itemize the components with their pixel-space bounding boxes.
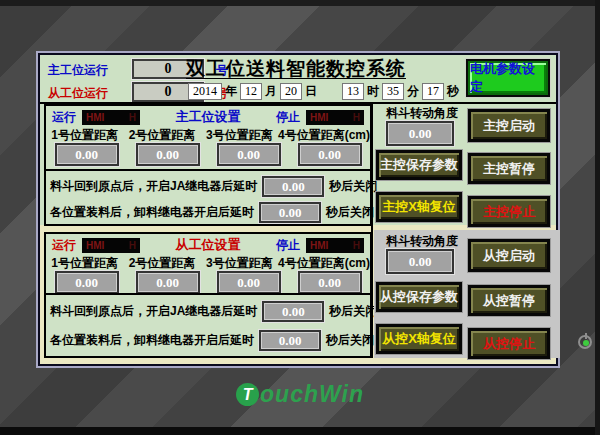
slave-start-button[interactable]: 从控启动 [468,239,550,272]
main-section-head: 运行 HMIH 主工位设置 停止 HMIH [46,108,370,126]
main-control-area: 料斗转动角度 0.00 主控保存参数 主控X轴复位 主控启动 主控暂停 主控停止 [374,102,560,225]
header: 主工位运行 0 号 从工位运行 0 号 双工位送料智能数控系统 2014 年 1… [40,55,556,102]
motor-param-button[interactable]: 电机参数设定 [468,61,548,95]
slave-run-state-label: 运行 [52,237,76,254]
main-run-label: 主工位运行 [48,62,108,79]
date-month-label: 月 [265,83,277,100]
main-station-settings-box: 运行 HMIH 主工位设置 停止 HMIH 1号位置距离 2号位置距离 3号位置… [44,104,372,226]
slave-stop-state-label: 停止 [276,237,300,254]
page-title: 双工位送料智能数控系统 [186,56,406,82]
slave-section-head: 运行 HMIH 从工位设置 停止 HMIH [46,236,370,254]
main-delay-row-1: 料斗回到原点后，开启JA继电器后延时 0.00 秒后关闭 [50,176,377,197]
delay-suffix: 秒后关闭 [326,204,374,221]
date-year-display: 2014 [188,83,222,100]
position-value-input[interactable]: 0.00 [136,271,200,294]
delay-text: 各位置装料后，卸料继电器开启后延时 [50,204,254,221]
delay-text: 料斗回到原点后，开启JA继电器后延时 [50,303,257,320]
main-angle-value-input[interactable]: 0.00 [386,121,454,146]
delay-value-input[interactable]: 0.00 [259,330,321,351]
slave-angle-value-input[interactable]: 0.00 [386,249,454,274]
delay-suffix: 秒后关闭 [329,303,377,320]
main-pause-button[interactable]: 主控暂停 [468,153,550,184]
date-day-label: 日 [305,83,317,100]
position-value-input[interactable]: 0.00 [217,271,281,294]
delay-suffix: 秒后关闭 [326,332,374,349]
position-label: 1号位置距离 [46,127,123,144]
bezel-top [0,0,600,6]
slave-control-area: 料斗转动角度 0.00 从控保存参数 从控X轴复位 从控启动 从控暂停 从控停止 [374,230,560,358]
main-run-state-label: 运行 [52,109,76,126]
slave-pause-button[interactable]: 从控暂停 [468,285,550,316]
datetime-row: 2014 年 12 月 20 日 13 时 35 分 17 秒 [188,83,459,100]
date-day-display: 20 [280,83,302,100]
delay-value-input[interactable]: 0.00 [259,202,321,223]
main-stop-lamp: HMIH [306,110,364,125]
time-hour-display: 13 [342,83,364,100]
main-position-values: 0.00 0.00 0.00 0.00 [46,143,370,166]
slave-section-title: 从工位设置 [146,236,270,254]
date-year-label: 年 [225,83,237,100]
slave-run-lamp: HMIH [82,238,140,253]
position-label: 4号位置距离(cm) [278,127,370,144]
time-hour-label: 时 [367,83,379,100]
bezel-right [595,0,600,435]
position-label: 3号位置距离 [201,127,278,144]
delay-value-input[interactable]: 0.00 [262,301,324,322]
touchwin-logo: T ouchWin [0,381,600,408]
date-month-display: 12 [240,83,262,100]
delay-text: 料斗回到原点后，开启JA继电器后延时 [50,178,257,195]
position-label: 1号位置距离 [46,255,123,272]
position-value-input[interactable]: 0.00 [55,271,119,294]
time-sec-label: 秒 [447,83,459,100]
slave-delay-row-2: 各位置装料后，卸料继电器开启后延时 0.00 秒后关闭 [50,330,374,351]
time-min-display: 35 [382,83,404,100]
position-label: 2号位置距离 [123,127,200,144]
position-label: 4号位置距离(cm) [278,255,370,272]
delay-text: 各位置装料后，卸料继电器开启后延时 [50,332,254,349]
position-value-input[interactable]: 0.00 [217,143,281,166]
bezel-bottom [0,427,600,435]
slave-angle-label: 料斗转动角度 [374,233,470,250]
main-run-lamp: HMIH [82,110,140,125]
position-value-input[interactable]: 0.00 [136,143,200,166]
slave-position-labels: 1号位置距离 2号位置距离 3号位置距离 4号位置距离(cm) [46,255,370,272]
main-panel: 主工位运行 0 号 从工位运行 0 号 双工位送料智能数控系统 2014 年 1… [38,53,558,366]
hmi-screen: 主工位运行 0 号 从工位运行 0 号 双工位送料智能数控系统 2014 年 1… [0,0,600,435]
slave-station-settings-box: 运行 HMIH 从工位设置 停止 HMIH 1号位置距离 2号位置距离 3号位置… [44,232,372,358]
main-position-labels: 1号位置距离 2号位置距离 3号位置距离 4号位置距离(cm) [46,127,370,144]
position-value-input[interactable]: 0.00 [298,271,362,294]
slave-stop-button[interactable]: 从控停止 [468,328,550,359]
main-save-params-button[interactable]: 主控保存参数 [376,150,462,180]
main-delay-row-2: 各位置装料后，卸料继电器开启后延时 0.00 秒后关闭 [50,202,374,223]
main-section-title: 主工位设置 [146,108,270,126]
touchwin-logo-text: ouchWin [260,381,364,408]
slave-save-params-button[interactable]: 从控保存参数 [376,282,462,312]
position-label: 3号位置距离 [201,255,278,272]
slave-position-values: 0.00 0.00 0.00 0.00 [46,271,370,294]
slave-box-divider [46,293,370,295]
position-value-input[interactable]: 0.00 [298,143,362,166]
main-box-divider [46,169,370,171]
touchwin-logo-mark: T [236,383,259,406]
position-label: 2号位置距离 [123,255,200,272]
delay-suffix: 秒后关闭 [329,178,377,195]
slave-stop-lamp: HMIH [306,238,364,253]
main-x-axis-reset-button[interactable]: 主控X轴复位 [376,192,462,222]
slave-delay-row-1: 料斗回到原点后，开启JA继电器后延时 0.00 秒后关闭 [50,301,377,322]
main-start-button[interactable]: 主控启动 [468,109,550,142]
power-status-dot [583,340,589,346]
main-angle-label: 料斗转动角度 [374,105,470,122]
power-stub [585,333,587,339]
slave-run-label: 从工位运行 [48,85,108,102]
power-icon[interactable] [578,333,594,349]
position-value-input[interactable]: 0.00 [55,143,119,166]
main-stop-button[interactable]: 主控停止 [468,196,550,227]
time-sec-display: 17 [422,83,444,100]
delay-value-input[interactable]: 0.00 [262,176,324,197]
main-stop-state-label: 停止 [276,109,300,126]
slave-x-axis-reset-button[interactable]: 从控X轴复位 [376,324,462,354]
time-min-label: 分 [407,83,419,100]
